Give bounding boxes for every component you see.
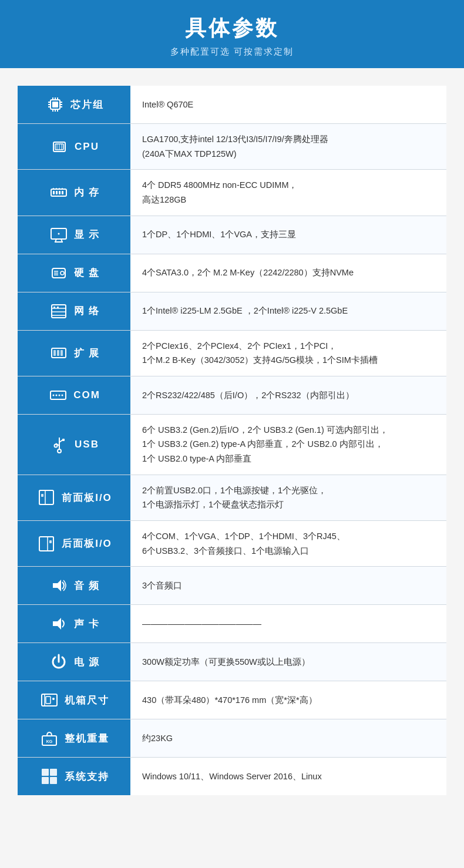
label-text-storage: 硬 盘 [74,266,100,280]
label-text-expansion: 扩 展 [74,346,100,360]
svg-point-49 [53,394,55,396]
label-text-rear-io: 后面板I/O [62,537,112,550]
label-cell-audio: 音 频 [18,567,130,605]
label-cell-chassis: 机箱尺寸 [18,681,130,719]
table-row: KG 整机重量 约23KG [18,719,446,758]
value-cell-display: 1个DP、1个HDMI、1个VGA，支持三显 [130,216,446,254]
svg-rect-60 [39,490,45,504]
value-cell-weight: 约23KG [130,719,446,758]
label-cell-display: 显 示 [18,216,130,254]
table-row: 前面板I/O 2个前置USB2.0口，1个电源按键，1个光驱位，1个电源指示灯，… [18,475,446,520]
memory-icon [48,182,69,203]
chipset-icon [45,94,66,115]
svg-marker-66 [53,618,61,630]
table-row: 硬 盘 4个SATA3.0，2个 M.2 M-Key（2242/2280）支持N… [18,254,446,292]
svg-rect-45 [53,350,56,356]
table-row: 音 频 3个音频口 [18,567,446,605]
svg-point-57 [55,444,58,447]
table-row: 内 存 4个 DDR5 4800MHz non-ECC UDIMM，高达128G… [18,170,446,216]
label-text-front-io: 前面板I/O [62,491,112,504]
label-cell-usb: USB [18,414,130,475]
label-cell-storage: 硬 盘 [18,254,130,292]
table-row: 芯片组 Intel® Q670E [18,86,446,124]
label-cell-os: 系统支持 [18,758,130,796]
page-title: 具体参数 [0,14,464,43]
label-cell-sound-card: 声 卡 [18,605,130,643]
table-row: 网 络 1个Intel® i225-LM 2.5GbE ，2个Intel® i2… [18,292,446,330]
network-icon [48,301,69,322]
svg-rect-20 [53,191,55,194]
sound-card-icon [48,613,69,634]
label-text-sound-card: 声 卡 [74,617,100,631]
table-row: 系统支持 Windows 10/11、Windows Server 2016、L… [18,758,446,796]
svg-rect-62 [39,537,53,551]
main-content: 芯片组 Intel® Q670E CPU LGA1700,支持intel 12/… [0,68,464,819]
table-row: 扩 展 2个PCIex16、2个PCIex4、2个 PCIex1，1个PCI，1… [18,330,446,376]
value-cell-audio: 3个音频口 [130,567,446,605]
spec-table: 芯片组 Intel® Q670E CPU LGA1700,支持intel 12/… [18,86,446,795]
label-cell-expansion: 扩 展 [18,330,130,376]
value-cell-rear-io: 4个COM、1个VGA、1个DP、1个HDMI、3个RJ45、6个USB3.2、… [130,521,446,567]
label-cell-memory: 内 存 [18,170,130,216]
label-cell-network: 网 络 [18,292,130,330]
value-cell-cpu: LGA1700,支持intel 12/13代I3/I5/I7/I9/奔腾处理器(… [130,124,446,170]
table-row: 显 示 1个DP、1个HDMI、1个VGA，支持三显 [18,216,446,254]
svg-rect-76 [50,777,57,784]
svg-rect-59 [39,490,53,504]
svg-rect-69 [46,697,51,704]
svg-rect-42 [53,307,55,308]
svg-rect-73 [42,769,49,776]
svg-rect-67 [42,694,57,706]
label-cell-cpu: CPU [18,124,130,170]
svg-text:KG: KG [46,739,53,743]
svg-rect-47 [60,350,63,356]
table-row: CPU LGA1700,支持intel 12/13代I3/I5/I7/I9/奔腾… [18,124,446,170]
svg-rect-63 [48,537,53,551]
svg-point-34 [60,271,64,275]
label-text-display: 显 示 [74,228,100,241]
power-icon [48,651,69,672]
label-text-cpu: CPU [75,141,99,153]
value-cell-power: 300W额定功率（可更换550W或以上电源） [130,643,446,681]
front-io-icon [36,487,57,508]
svg-rect-23 [62,191,63,194]
value-cell-chassis: 430（带耳朵480）*470*176 mm（宽*深*高） [130,681,446,719]
svg-rect-75 [42,777,49,784]
svg-rect-1 [52,102,58,107]
expansion-icon [48,342,69,364]
label-cell-com: COM [18,376,130,414]
value-cell-front-io: 2个前置USB2.0口，1个电源按键，1个光驱位，1个电源指示灯，1个硬盘状态指… [130,475,446,520]
cpu-icon [49,136,70,157]
label-text-usb: USB [75,439,99,450]
svg-rect-64 [49,540,52,543]
label-text-network: 网 络 [74,304,100,318]
label-text-power: 电 源 [74,655,100,669]
header: 具体参数 多种配置可选 可按需求定制 [0,0,464,68]
value-cell-sound-card: —————————————— [130,605,446,643]
usb-icon [49,434,70,455]
svg-point-32 [58,233,59,234]
value-cell-com: 2个RS232/422/485（后I/O），2个RS232（内部引出） [130,376,446,414]
value-cell-network: 1个Intel® i225-LM 2.5GbE ，2个Intel® i225-V… [130,292,446,330]
svg-rect-46 [57,350,59,356]
label-cell-weight: KG 整机重量 [18,719,130,758]
svg-point-51 [59,394,60,396]
label-text-chipset: 芯片组 [70,98,104,112]
table-row: 电 源 300W额定功率（可更换550W或以上电源） [18,643,446,681]
label-text-com: COM [73,389,100,401]
value-cell-storage: 4个SATA3.0，2个 M.2 M-Key（2242/2280）支持NVMe [130,254,446,292]
table-row: USB 6个 USB3.2 (Gen.2)后I/O，2个 USB3.2 (Gen… [18,414,446,475]
svg-rect-22 [59,191,60,194]
label-cell-front-io: 前面板I/O [18,475,130,520]
label-cell-rear-io: 后面板I/O [18,521,130,567]
value-cell-memory: 4个 DDR5 4800MHz non-ECC UDIMM，高达128GB [130,170,446,216]
label-text-audio: 音 频 [74,579,100,593]
svg-rect-56 [62,439,65,441]
value-cell-expansion: 2个PCIex16、2个PCIex4、2个 PCIex1，1个PCI，1个M.2… [130,330,446,376]
com-icon [48,385,69,406]
weight-icon: KG [39,728,60,749]
display-icon [48,224,69,245]
value-cell-chipset: Intel® Q670E [130,86,446,124]
value-cell-usb: 6个 USB3.2 (Gen.2)后I/O，2个 USB3.2 (Gen.1) … [130,414,446,475]
table-row: 机箱尺寸 430（带耳朵480）*470*176 mm（宽*深*高） [18,681,446,719]
